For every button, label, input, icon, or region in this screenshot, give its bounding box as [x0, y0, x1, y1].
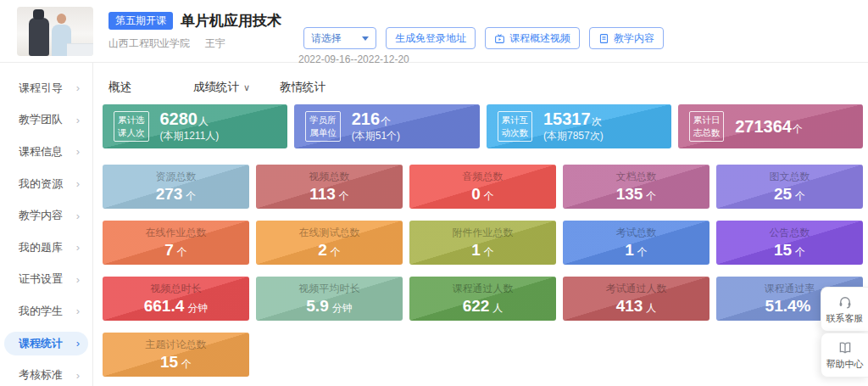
banner-sub-value: (本期7857次) — [543, 129, 604, 143]
chevron-right-icon: › — [76, 114, 80, 126]
course-statistics-page: 第五期开课 单片机应用技术 山西工程职业学院 王宇 请选择 生成免登录地址 — [0, 0, 868, 386]
session-select[interactable]: 请选择 — [303, 27, 376, 49]
page-header: 第五期开课 单片机应用技术 山西工程职业学院 王宇 请选择 生成免登录地址 — [0, 0, 868, 63]
session-badge: 第五期开课 — [108, 12, 173, 29]
banner-total-enrollments: 累计选课人次 6280人 (本期1211人) — [103, 104, 287, 148]
stat-card-total-resources: 资源总数 273个 — [103, 165, 249, 209]
stat-card-attachment-homework: 附件作业总数 1个 — [409, 221, 556, 265]
banner-member-units: 学员所属单位 216个 (本期51个) — [294, 104, 479, 148]
chevron-right-icon: › — [76, 177, 80, 190]
teaching-content-button[interactable]: 教学内容 — [589, 27, 664, 49]
chevron-down-icon: ∨ — [243, 82, 250, 93]
tab-grade-statistics[interactable]: 成绩统计 ∨ — [193, 80, 250, 95]
course-title: 单片机应用技术 — [181, 11, 281, 31]
stat-card-online-tests: 在线测试总数 2个 — [256, 221, 403, 265]
generate-link-label: 生成免登录地址 — [395, 31, 466, 46]
sidebar-item-course-info[interactable]: 课程信息› — [0, 136, 92, 168]
stat-card-total-exams: 考试总数 1个 — [563, 221, 709, 265]
banner-total-interactions: 累计互动次数 15317次 (本期7857次) — [487, 104, 671, 148]
stat-card-course-passed-count: 课程通过人数 622人 — [409, 277, 556, 321]
teaching-content-label: 教学内容 — [614, 31, 654, 46]
banner-tag: 累计日志总数 — [689, 111, 725, 142]
stat-card-topic-discussions: 主题讨论总数 15个 — [103, 333, 249, 377]
banner-value: 216个 — [352, 109, 400, 129]
chevron-right-icon: › — [76, 273, 80, 286]
course-title-row: 第五期开课 单片机应用技术 — [108, 11, 281, 31]
banner-tag: 累计选课人次 — [114, 111, 149, 142]
sidebar-item-course-guide[interactable]: 课程引导› — [0, 72, 92, 104]
banner-value: 6280人 — [160, 109, 220, 129]
header-controls: 请选择 生成免登录地址 课程概述视频 — [303, 27, 664, 49]
tab-teaching-statistics[interactable]: 教情统计 — [280, 80, 326, 95]
course-cover-image — [17, 7, 93, 56]
course-subtitle: 山西工程职业学院 王宇 — [108, 36, 225, 51]
stat-card-exam-passed-count: 考试通过人数 413人 — [563, 277, 709, 321]
stat-card-total-image-texts: 图文总数 25个 — [716, 165, 863, 209]
banner-sub-value: (本期51个) — [352, 129, 400, 143]
headset-icon — [837, 294, 853, 310]
stat-card-total-audios: 音频总数 0个 — [409, 165, 556, 209]
banner-sub-value: (本期1211人) — [160, 129, 220, 143]
generate-login-free-link-button[interactable]: 生成免登录地址 — [386, 27, 476, 49]
video-icon — [494, 33, 505, 44]
stat-card-total-video-duration: 视频总时长 661.4分钟 — [103, 277, 249, 321]
sidebar-item-assessment-criteria[interactable]: 考核标准› — [0, 359, 92, 386]
sidebar-item-course-statistics[interactable]: 课程统计› — [4, 332, 88, 355]
sidebar-item-my-students[interactable]: 我的学生› — [0, 295, 92, 327]
stat-card-average-video-duration: 视频平均时长 5.9分钟 — [256, 277, 403, 321]
course-overview-video-button[interactable]: 课程概述视频 — [485, 27, 580, 49]
banner-tag: 累计互动次数 — [498, 111, 533, 142]
school-name: 山西工程职业学院 — [108, 36, 190, 51]
sidebar-item-my-resources[interactable]: 我的资源› — [0, 168, 92, 200]
chevron-right-icon: › — [76, 305, 80, 317]
sidebar-item-certificate-settings[interactable]: 证书设置› — [0, 264, 92, 296]
stat-card-total-documents: 文档总数 135个 — [563, 165, 709, 209]
cover-desk-shape — [67, 43, 93, 56]
banner-value: 15317次 — [543, 109, 604, 129]
sidebar-item-teaching-content[interactable]: 教学内容› — [0, 199, 92, 232]
tab-overview[interactable]: 概述 — [108, 80, 131, 95]
chevron-right-icon: › — [76, 241, 80, 254]
banner-value: 271364个 — [735, 117, 803, 137]
chevron-right-icon: › — [76, 337, 80, 350]
summary-banner-row: 累计选课人次 6280人 (本期1211人) 学员所属单位 216个 (本期51… — [103, 104, 863, 148]
stat-card-grid: 资源总数 273个 视频总数 113个 音频总数 0个 文档总数 135个 图文… — [103, 165, 863, 377]
help-center-button[interactable]: 帮助中心 — [821, 333, 868, 378]
banner-total-logs: 累计日志总数 271364个 — [678, 104, 863, 148]
cover-person-head-shape — [57, 14, 67, 24]
chevron-right-icon: › — [76, 369, 80, 382]
chevron-down-icon — [362, 36, 369, 41]
floating-help-widget: 联系客服 帮助中心 — [821, 287, 868, 378]
stat-card-online-homework: 在线作业总数 7个 — [103, 221, 249, 265]
course-date-range: 2022-09-16--2022-12-20 — [298, 53, 409, 65]
contact-service-button[interactable]: 联系客服 — [821, 287, 868, 332]
stat-card-total-videos: 视频总数 113个 — [256, 165, 403, 209]
chevron-right-icon: › — [76, 210, 80, 222]
stat-card-total-announcements: 公告总数 15个 — [716, 221, 863, 265]
book-icon — [837, 340, 853, 355]
overview-video-label: 课程概述视频 — [509, 31, 570, 46]
chevron-right-icon: › — [76, 81, 80, 94]
cover-robot-shape — [29, 18, 48, 56]
sidebar-item-teaching-team[interactable]: 教学团队› — [0, 104, 92, 137]
chevron-right-icon: › — [76, 145, 80, 158]
sidebar-item-question-bank[interactable]: 我的题库› — [0, 232, 92, 264]
teacher-name: 王宇 — [205, 36, 225, 51]
sidebar-nav: 课程引导› 教学团队› 课程信息› 我的资源› 教学内容› 我的题库› 证书设置… — [0, 63, 93, 386]
cover-robot-head-shape — [33, 9, 45, 20]
select-placeholder: 请选择 — [311, 31, 342, 46]
banner-tag: 学员所属单位 — [305, 111, 341, 142]
document-icon — [598, 33, 609, 44]
